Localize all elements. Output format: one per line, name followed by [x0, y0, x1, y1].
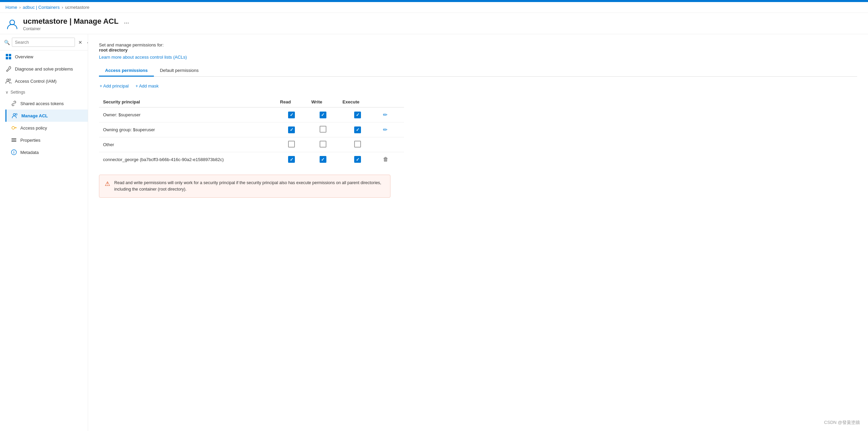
svg-rect-4: [9, 57, 11, 59]
svg-rect-3: [6, 57, 8, 59]
people-icon: [5, 78, 12, 84]
collapse-sidebar-button[interactable]: «: [86, 39, 88, 46]
wrench-icon: [5, 66, 12, 72]
write-checkbox[interactable]: [320, 141, 326, 148]
settings-section[interactable]: ∨ Settings: [0, 87, 88, 97]
svg-rect-10: [12, 138, 16, 139]
search-icon: 🔍: [4, 40, 10, 45]
learn-more-link[interactable]: Learn more about access control lists (A…: [99, 55, 187, 60]
write-checkbox[interactable]: [320, 112, 326, 118]
col-header-execute: Execute: [339, 97, 377, 107]
delete-button[interactable]: 🗑: [381, 156, 390, 163]
execute-checkbox-cell[interactable]: [339, 152, 377, 167]
execute-checkbox[interactable]: [354, 156, 361, 163]
execute-checkbox[interactable]: [354, 126, 361, 133]
info-icon: i: [11, 149, 17, 155]
read-checkbox[interactable]: [288, 156, 295, 163]
tab-default-permissions[interactable]: Default permissions: [154, 65, 205, 77]
table-row: Owning group: $superuser✏: [99, 122, 404, 137]
settings-section-label: Settings: [11, 90, 25, 95]
warning-text: Read and write permissions will only wor…: [114, 180, 385, 193]
edit-button[interactable]: ✏: [381, 111, 389, 119]
add-principal-button[interactable]: + Add principal: [99, 82, 129, 90]
read-checkbox-cell[interactable]: [276, 137, 307, 152]
read-checkbox[interactable]: [288, 126, 295, 133]
content-area: Set and manage permissions for: root dir…: [88, 34, 868, 431]
breadcrumb: Home › adbuc | Containers › ucmetastore: [0, 2, 868, 13]
action-cell: 🗑: [377, 152, 404, 167]
sidebar: 🔍 ✕ « Overview Diagnose and solve proble…: [0, 34, 88, 431]
svg-point-7: [13, 114, 15, 116]
read-checkbox-cell[interactable]: [276, 152, 307, 167]
execute-checkbox-cell[interactable]: [339, 122, 377, 137]
sidebar-item-properties[interactable]: Properties: [5, 134, 88, 146]
sidebar-item-shared-access[interactable]: Shared access tokens: [5, 97, 88, 110]
manage-acl-icon: [12, 113, 18, 119]
action-cell: [377, 137, 404, 152]
tabs-container: Access permissions Default permissions: [99, 65, 857, 77]
svg-point-6: [9, 79, 11, 81]
sidebar-item-iam[interactable]: Access Control (IAM): [0, 75, 88, 87]
read-checkbox[interactable]: [288, 112, 295, 118]
sidebar-item-diagnose-label: Diagnose and solve problems: [15, 66, 73, 72]
read-checkbox[interactable]: [288, 141, 295, 148]
page-header-icon: [5, 17, 19, 31]
read-checkbox-cell[interactable]: [276, 107, 307, 122]
warning-box: ⚠ Read and write permissions will only w…: [99, 175, 390, 198]
manage-header: Set and manage permissions for: root dir…: [99, 42, 857, 60]
write-checkbox-cell[interactable]: [307, 152, 338, 167]
svg-point-9: [12, 126, 15, 129]
col-header-action: [377, 97, 404, 107]
write-checkbox[interactable]: [320, 156, 326, 163]
table-row: Owner: $superuser✏: [99, 107, 404, 122]
principal-cell: Owning group: $superuser: [99, 122, 276, 137]
tab-access-permissions[interactable]: Access permissions: [99, 65, 154, 77]
sidebar-item-manage-acl[interactable]: Manage ACL: [5, 110, 88, 122]
page-header: ucmetastore | Manage ACL ... Container: [0, 13, 868, 34]
watermark: CSDN @發羹塗牆: [824, 419, 860, 426]
principal-cell: connector_george (ba7bcff3-b66b-416c-90a…: [99, 152, 276, 167]
write-checkbox-cell[interactable]: [307, 122, 338, 137]
properties-icon: [11, 137, 17, 143]
table-row: Other: [99, 137, 404, 152]
svg-rect-1: [6, 54, 8, 56]
write-checkbox[interactable]: [320, 126, 326, 133]
sidebar-item-iam-label: Access Control (IAM): [15, 79, 57, 84]
add-mask-button[interactable]: + Add mask: [135, 82, 159, 90]
edit-button[interactable]: ✏: [381, 126, 389, 134]
execute-checkbox[interactable]: [354, 141, 361, 148]
overview-icon: [5, 54, 12, 60]
root-dir-text: root directory: [99, 47, 857, 53]
execute-checkbox[interactable]: [354, 112, 361, 118]
sidebar-item-overview-label: Overview: [15, 54, 33, 59]
settings-sub-items: Shared access tokens Manage ACL Access p…: [0, 97, 88, 158]
sidebar-item-shared-access-label: Shared access tokens: [20, 101, 64, 106]
col-header-write: Write: [307, 97, 338, 107]
col-header-principal: Security principal: [99, 97, 276, 107]
breadcrumb-home[interactable]: Home: [5, 5, 17, 10]
warning-icon: ⚠: [105, 180, 110, 188]
sidebar-item-overview[interactable]: Overview: [0, 51, 88, 63]
sidebar-item-access-policy-label: Access policy: [20, 125, 47, 131]
svg-rect-11: [12, 140, 16, 140]
sidebar-item-access-policy[interactable]: Access policy: [5, 122, 88, 134]
set-manage-text: Set and manage permissions for:: [99, 42, 857, 47]
actions-row: + Add principal + Add mask: [99, 82, 857, 90]
sidebar-item-metadata[interactable]: i Metadata: [5, 146, 88, 158]
write-checkbox-cell[interactable]: [307, 107, 338, 122]
acl-table: Security principal Read Write Execute Ow…: [99, 97, 404, 166]
execute-checkbox-cell[interactable]: [339, 137, 377, 152]
ellipsis-button[interactable]: ...: [122, 17, 131, 26]
write-checkbox-cell[interactable]: [307, 137, 338, 152]
execute-checkbox-cell[interactable]: [339, 107, 377, 122]
principal-cell: Other: [99, 137, 276, 152]
search-input[interactable]: [12, 38, 75, 47]
read-checkbox-cell[interactable]: [276, 122, 307, 137]
table-row: connector_george (ba7bcff3-b66b-416c-90a…: [99, 152, 404, 167]
sidebar-item-diagnose[interactable]: Diagnose and solve problems: [0, 63, 88, 75]
clear-search-button[interactable]: ✕: [77, 39, 84, 46]
breadcrumb-containers[interactable]: adbuc | Containers: [23, 5, 60, 10]
page-header-text: ucmetastore | Manage ACL ... Container: [23, 17, 131, 31]
key-icon: [11, 125, 17, 131]
col-header-read: Read: [276, 97, 307, 107]
